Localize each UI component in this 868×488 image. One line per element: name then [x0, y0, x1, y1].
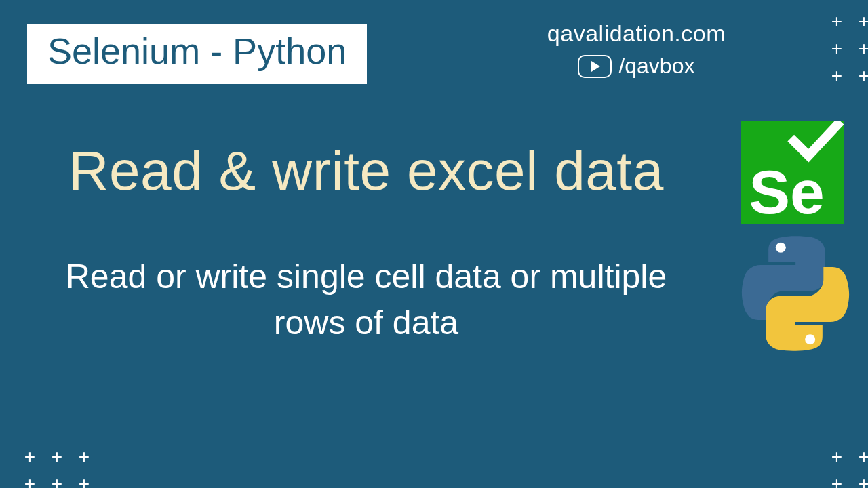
- main-heading: Read & write excel data: [0, 139, 732, 203]
- python-logo-icon: [738, 236, 853, 351]
- site-url: qavalidation.com: [547, 20, 726, 47]
- title-card: Selenium - Python: [27, 24, 367, 84]
- svg-point-1: [776, 243, 786, 253]
- decoration-plus-grid: +++ +++ +++: [823, 8, 868, 89]
- selenium-logo-icon: Se: [741, 121, 844, 224]
- youtube-icon: [578, 55, 612, 78]
- decoration-plus-grid: +++ +++ +++: [16, 443, 98, 488]
- svg-point-2: [805, 334, 815, 344]
- title-card-text: Selenium - Python: [47, 30, 347, 72]
- svg-text:Se: Se: [749, 157, 825, 224]
- decoration-plus-grid: +++ +++ +++: [823, 443, 868, 488]
- subtitle: Read or write single cell data or multip…: [41, 254, 692, 346]
- youtube-channel: /qavbox: [618, 54, 694, 79]
- brand-block: qavalidation.com /qavbox: [547, 20, 726, 79]
